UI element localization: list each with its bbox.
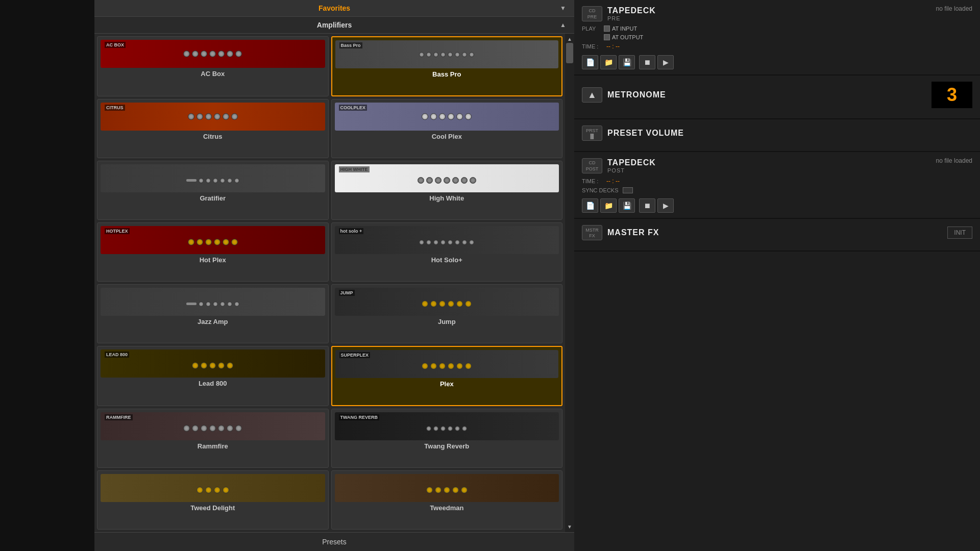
amp-label-lead-800: Lead 800	[101, 380, 325, 387]
favorites-bar[interactable]: Favorites ▼	[94, 0, 574, 17]
amp-label-hot-solo: Hot Solo+	[335, 256, 559, 264]
left-dark-panel	[0, 0, 94, 551]
amp-label-gratifier: Gratifier	[101, 194, 325, 202]
tape-transport-controls: ⏹ ▶	[639, 55, 674, 69]
amplifiers-bar[interactable]: Amplifiers ▲	[94, 17, 574, 34]
amp-label-jazz-amp: Jazz Amp	[101, 318, 325, 325]
favorites-arrow-icon[interactable]: ▼	[560, 5, 566, 12]
amp-item-cool-plex[interactable]: COOLPLEX Cool Plex	[331, 99, 563, 158]
tapedeck-post-title: TAPEDECK	[607, 158, 656, 167]
at-output-option[interactable]: AT OUTPUT	[604, 34, 643, 40]
presets-label: Presets	[322, 538, 346, 546]
amp-image-high-white: HIGH WHITE	[335, 164, 559, 192]
tapedeck-pre-no-file: no file loaded	[936, 5, 972, 12]
amp-item-citrus[interactable]: CITRUS Citrus	[97, 99, 329, 158]
amp-image-jazz-amp	[101, 288, 325, 316]
scrollbar[interactable]: ▲ ▼	[565, 34, 574, 532]
tape-post-save-btn[interactable]: 💾	[619, 198, 635, 213]
tape-post-stop-btn[interactable]: ⏹	[639, 198, 655, 213]
amp-label-twang-reverb: Twang Reverb	[335, 442, 559, 450]
master-fx-title: MASTER FX	[607, 228, 659, 237]
amp-label-citrus: Citrus	[101, 133, 325, 140]
tape-save-btn[interactable]: 💾	[619, 55, 635, 69]
amp-image-jump: JUMP	[335, 288, 559, 316]
amp-item-bass-pro[interactable]: Bass Pro Bass Pro	[331, 36, 563, 96]
amp-item-rammfire[interactable]: RAMMFIRE Rammfire	[97, 409, 329, 468]
tape-file-controls: 📄 📁 💾	[582, 55, 635, 69]
scroll-thumb[interactable]	[566, 43, 573, 63]
amp-item-tweedman[interactable]: Tweedman	[331, 470, 563, 530]
tapedeck-pre-controls: 📄 📁 💾 ⏹ ▶	[582, 53, 972, 69]
amp-item-plex[interactable]: SUPERPLEX Plex	[331, 346, 563, 406]
amp-item-ac-box[interactable]: AC BOX AC Box	[97, 36, 329, 96]
amp-image-cool-plex: COOLPLEX	[335, 103, 559, 131]
tape-post-play-btn[interactable]: ▶	[657, 198, 674, 213]
at-output-checkbox[interactable]	[604, 34, 610, 40]
master-fx-header: MSTR FX MASTER FX INIT	[582, 225, 972, 240]
amp-image-tweed-delight	[101, 474, 325, 502]
at-input-label: AT INPUT	[612, 26, 637, 32]
preset-volume-section: PRST ▐▌ PRESET VOLUME	[574, 119, 980, 152]
tapedeck-pre-title: TAPEDECK	[607, 6, 656, 15]
amp-image-citrus: CITRUS	[101, 103, 325, 131]
amp-item-jump[interactable]: JUMP Jump	[331, 284, 563, 343]
tapedeck-pre-section: CD PRE TAPEDECK PRE no file loaded PLAY …	[574, 0, 980, 76]
amp-label-hot-plex: Hot Plex	[101, 256, 325, 264]
tape-post-transport-controls: ⏹ ▶	[639, 198, 674, 213]
play-label: PLAY	[582, 26, 600, 32]
tapedeck-post-no-file: no file loaded	[936, 157, 972, 164]
amp-image-hot-plex: HOTPLEX	[101, 226, 325, 254]
metronome-icon: ▲	[582, 87, 602, 103]
at-output-row: AT OUTPUT	[582, 34, 972, 40]
amp-image-hot-solo: hot solo +	[335, 226, 559, 254]
favorites-label: Favorites	[318, 4, 350, 12]
tape-stop-btn[interactable]: ⏹	[639, 55, 655, 69]
at-output-label: AT OUTPUT	[612, 34, 643, 40]
amp-label-bass-pro: Bass Pro	[335, 70, 559, 78]
play-row: PLAY AT INPUT	[582, 26, 972, 32]
metronome-value: 3	[932, 82, 972, 108]
tape-post-open-btn[interactable]: 📁	[600, 198, 617, 213]
time-dashes-post: -- : --	[606, 178, 620, 185]
init-button[interactable]: INIT	[947, 227, 972, 239]
tape-post-file-controls: 📄 📁 💾	[582, 198, 635, 213]
amp-label-jump: Jump	[335, 318, 559, 325]
time-label-post: TIME :	[582, 178, 602, 184]
amp-label-rammfire: Rammfire	[101, 442, 325, 450]
tape-post-new-btn[interactable]: 📄	[582, 198, 598, 213]
amp-item-gratifier[interactable]: Gratifier	[97, 161, 329, 220]
amplifier-panel: Favorites ▼ Amplifiers ▲ AC BOX	[94, 0, 574, 551]
tapedeck-post-header: CD POST TAPEDECK POST no file loaded	[582, 158, 972, 173]
amp-label-tweedman: Tweedman	[335, 504, 559, 512]
amp-label-plex: Plex	[335, 380, 559, 388]
amp-image-bass-pro: Bass Pro	[335, 40, 559, 68]
amp-label-tweed-delight: Tweed Delight	[101, 504, 325, 512]
tapedeck-pre-icon: CD PRE	[582, 6, 602, 21]
tape-open-btn[interactable]: 📁	[600, 55, 617, 69]
amp-image-twang-reverb: TWANG REVERB	[335, 412, 559, 440]
presets-bar[interactable]: Presets	[94, 532, 574, 551]
amplifiers-label: Amplifiers	[317, 21, 352, 29]
preset-volume-header: PRST ▐▌ PRESET VOLUME	[582, 126, 972, 141]
preset-volume-icon: PRST ▐▌	[582, 126, 602, 141]
amp-item-jazz-amp[interactable]: Jazz Amp	[97, 284, 329, 343]
tapedeck-post-icon: CD POST	[582, 158, 602, 173]
preset-volume-title: PRESET VOLUME	[607, 129, 684, 138]
tape-new-btn[interactable]: 📄	[582, 55, 598, 69]
at-input-option[interactable]: AT INPUT	[604, 26, 637, 32]
amp-item-lead-800[interactable]: LEAD 800 Lead 800	[97, 346, 329, 406]
amp-image-ac-box: AC BOX	[101, 40, 325, 68]
sync-decks-checkbox[interactable]	[623, 187, 633, 193]
amp-item-hot-plex[interactable]: HOTPLEX Hot Plex	[97, 222, 329, 282]
tapedeck-pre-header: CD PRE TAPEDECK PRE no file loaded	[582, 6, 972, 21]
amp-image-gratifier	[101, 164, 325, 192]
amp-item-twang-reverb[interactable]: TWANG REVERB Twang Reverb	[331, 409, 563, 468]
amp-item-high-white[interactable]: HIGH WHITE High White	[331, 161, 563, 220]
amp-item-tweed-delight[interactable]: Tweed Delight	[97, 470, 329, 530]
metronome-header: ▲ METRONOME 3	[582, 82, 972, 108]
time-dashes-pre: -- : --	[606, 43, 620, 50]
amplifiers-arrow-icon[interactable]: ▲	[560, 21, 566, 29]
amp-item-hot-solo[interactable]: hot solo + Hot Solo+	[331, 222, 563, 282]
tape-play-btn[interactable]: ▶	[657, 55, 674, 69]
at-input-checkbox[interactable]	[604, 26, 610, 32]
